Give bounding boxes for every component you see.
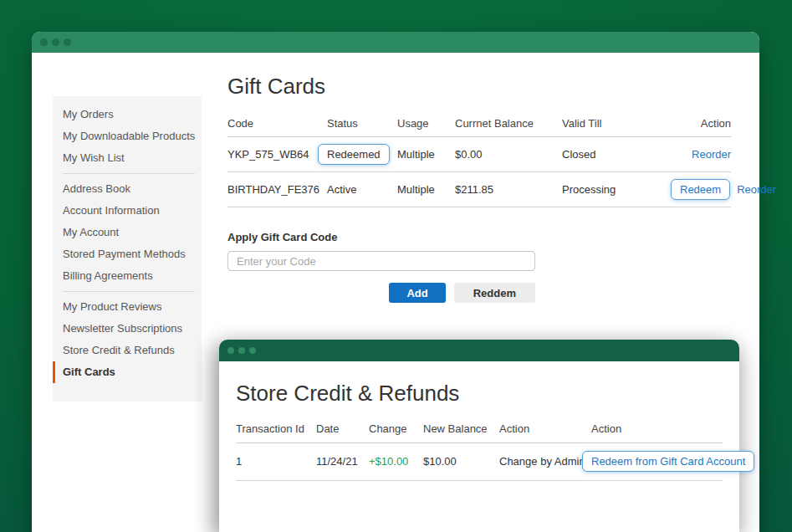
sidebar-item-my-downloadable-products[interactable]: My Downloadable Products (53, 125, 202, 147)
sidebar-item-address-book[interactable]: Address Book (53, 178, 202, 200)
gift-card-code: BIRTHDAY_FE376 (227, 183, 327, 196)
apply-gift-card-label: Apply Gift Card Code (227, 231, 535, 243)
sidebar-item-my-account[interactable]: My Account (53, 222, 202, 243)
redeem-from-gift-card-account-button[interactable]: Redeem from Gift Card Account (582, 451, 754, 472)
transaction-id-value: 1 (236, 455, 316, 468)
account-sidebar: My Orders My Downloadable Products My Wi… (53, 96, 202, 402)
apply-gift-card-section: Apply Gift Card Code Add Reddem (227, 231, 535, 303)
sidebar-item-my-product-reviews[interactable]: My Product Reviews (53, 296, 202, 318)
page-title: Gift Cards (227, 74, 731, 99)
table-row: 1 11/24/21 +$10.00 $10.00 Change by Admi… (236, 443, 723, 481)
reddem-button[interactable]: Reddem (454, 283, 535, 303)
store-credit-window-titlebar (219, 340, 739, 361)
valid-till-value: Processing (562, 183, 671, 196)
sidebar-item-gift-cards[interactable]: Gift Cards (53, 361, 202, 383)
gift-card-code-input[interactable] (227, 251, 535, 271)
sidebar-item-billing-agreements[interactable]: Billing Agreements (53, 265, 202, 287)
reorder-link[interactable]: Reorder (737, 183, 776, 196)
apply-buttons-row: Add Reddem (227, 283, 535, 303)
column-header-change: Change (369, 422, 423, 435)
column-header-action: Action (591, 422, 723, 435)
usage-value: Multiple (397, 183, 455, 196)
window-control-dot[interactable] (40, 38, 48, 46)
sidebar-divider (63, 173, 195, 174)
sidebar-item-my-orders[interactable]: My Orders (53, 104, 202, 125)
column-header-date: Date (316, 422, 369, 435)
new-balance-value: $10.00 (423, 455, 499, 468)
add-button[interactable]: Add (389, 283, 445, 303)
sidebar-item-store-credit-refunds[interactable]: Store Credit & Refunds (53, 340, 202, 361)
table-row: BIRTHDAY_FE376 Active Multiple $211.85 P… (227, 172, 731, 207)
window-control-dot[interactable] (249, 347, 256, 354)
table-row: YKP_575_WB64 Redeemed Multiple $0.00 Clo… (227, 137, 731, 172)
column-header-transaction-id: Transaction Id (236, 422, 316, 435)
store-credit-table-header: Transaction Id Date Change New Balance A… (236, 422, 723, 443)
valid-till-value: Closed (562, 148, 671, 161)
store-credit-title: Store Credit & Refunds (236, 381, 723, 406)
column-header-usage: Usage (397, 117, 455, 130)
sidebar-divider (63, 291, 195, 292)
sidebar-item-my-wish-list[interactable]: My Wish List (53, 147, 202, 169)
usage-value: Multiple (397, 148, 455, 161)
column-header-action: Action (499, 422, 591, 435)
action-value: Change by Admin (499, 455, 591, 468)
column-header-valid-till: Valid Till (562, 117, 671, 130)
column-header-status: Status (327, 117, 397, 130)
store-credit-window: Store Credit & Refunds Transaction Id Da… (219, 340, 739, 532)
reorder-link[interactable]: Reorder (692, 148, 731, 161)
column-header-action: Action (671, 117, 731, 130)
gift-cards-main: Gift Cards Code Status Usage Currnet Bal… (227, 74, 731, 303)
change-value: +$10.00 (369, 455, 423, 468)
sidebar-item-account-information[interactable]: Account Information (53, 200, 202, 222)
window-control-dot[interactable] (227, 347, 234, 354)
window-control-dot[interactable] (238, 347, 245, 354)
column-header-code: Code (227, 117, 327, 130)
status-value: Active (327, 183, 397, 196)
date-value: 11/24/21 (316, 455, 369, 468)
sidebar-item-stored-payment-methods[interactable]: Stored Payment Methods (53, 243, 202, 265)
column-header-new-balance: New Balance (423, 422, 499, 435)
sidebar-menu: My Orders My Downloadable Products My Wi… (53, 104, 202, 383)
balance-value: $0.00 (455, 148, 562, 161)
sidebar-item-newsletter-subscriptions[interactable]: Newsletter Subscriptions (53, 318, 202, 340)
redeem-button[interactable]: Redeem (671, 179, 730, 200)
column-header-current-balance: Currnet Balance (455, 117, 562, 130)
balance-value: $211.85 (455, 183, 562, 196)
gift-card-table-header: Code Status Usage Currnet Balance Valid … (227, 117, 731, 137)
desktop-background: My Orders My Downloadable Products My Wi… (0, 0, 792, 532)
gift-cards-window-titlebar (32, 32, 759, 53)
window-control-dot[interactable] (52, 38, 59, 46)
status-redeemed-button[interactable]: Redeemed (318, 144, 390, 165)
gift-card-code: YKP_575_WB64 (227, 148, 327, 161)
window-control-dot[interactable] (64, 38, 71, 46)
